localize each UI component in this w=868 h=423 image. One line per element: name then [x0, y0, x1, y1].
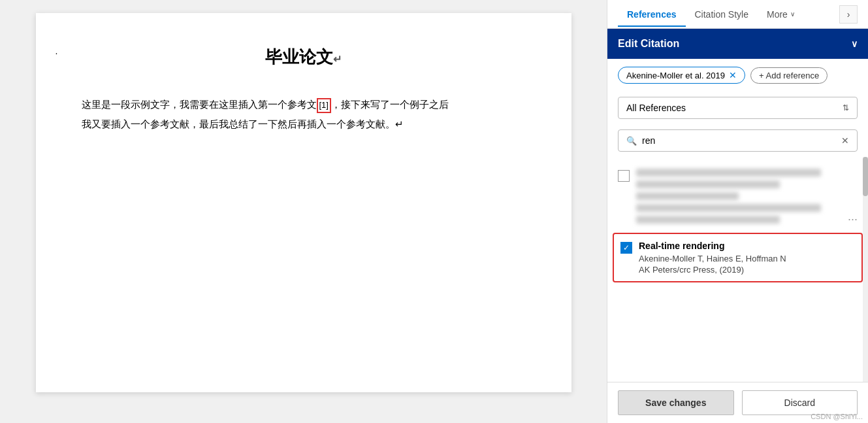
title-arrow: ↵ — [333, 54, 342, 65]
doc-bullet: . — [56, 46, 58, 56]
search-clear-icon[interactable]: ✕ — [841, 135, 849, 146]
watermark: CSDN @ShiYi... — [811, 413, 863, 420]
citation-tag-label: Akenine-Moller et al. 2019 — [626, 71, 725, 80]
sidebar-collapse-button[interactable]: › — [839, 5, 858, 24]
tab-citation-style[interactable]: Citation Style — [686, 3, 758, 26]
filter-arrows-icon: ⇅ — [843, 103, 849, 112]
edit-citation-label: Edit Citation — [618, 38, 679, 50]
sidebar-tabs: References Citation Style More ∨ › — [607, 0, 868, 29]
paragraph1-end: ，接下来写了一个例子之后 — [331, 99, 449, 110]
scrollbar-thumb[interactable] — [863, 157, 868, 196]
blur-line-2 — [636, 180, 780, 188]
reference-checkbox-blurred[interactable] — [618, 170, 630, 182]
reference-authors: Akenine-Moller T, Haines E, Hoffman N — [639, 254, 855, 263]
scrollbar-track — [863, 157, 868, 382]
filter-section: All References ⇅ — [607, 92, 868, 124]
paragraph1-start: 这里是一段示例文字，我需要在这里插入第一个参考文 — [82, 99, 317, 110]
reference-publisher: AK Peters/crc Press, (2019) — [639, 265, 855, 275]
citation-tags-area: Akenine-Moller et al. 2019 ✕ + Add refer… — [607, 59, 868, 92]
more-chevron-icon: ∨ — [790, 10, 795, 18]
blur-more-icon: ... — [848, 210, 858, 224]
inline-citation: [1] — [317, 98, 331, 112]
tab-references[interactable]: References — [618, 3, 686, 26]
filter-dropdown[interactable]: All References ⇅ — [618, 97, 858, 119]
search-input[interactable] — [642, 135, 836, 146]
citation-tag-remove-button[interactable]: ✕ — [729, 70, 737, 80]
filter-label: All References — [626, 103, 686, 113]
reference-content: Real-time rendering Akenine-Moller T, Ha… — [639, 241, 855, 275]
reference-item-real-time-rendering[interactable]: Real-time rendering Akenine-Moller T, Ha… — [613, 233, 863, 282]
blur-line-4 — [636, 204, 821, 212]
blur-line-1 — [636, 169, 821, 177]
document-title: 毕业论文↵ — [82, 46, 526, 69]
document-area: . 毕业论文↵ 这里是一段示例文字，我需要在这里插入第一个参考文[1]，接下来写… — [0, 0, 607, 423]
edit-citation-chevron-icon: ∨ — [851, 39, 858, 49]
reference-title: Real-time rendering — [639, 241, 855, 251]
reference-list: ... Real-time rendering Akenine-Moller T… — [607, 157, 868, 382]
search-box: 🔍 ✕ — [618, 129, 858, 152]
save-changes-button[interactable]: Save changes — [618, 390, 734, 415]
document-page: . 毕业论文↵ 这里是一段示例文字，我需要在这里插入第一个参考文[1]，接下来写… — [36, 13, 571, 392]
add-reference-button[interactable]: + Add reference — [750, 67, 828, 84]
blur-line-5 — [636, 216, 780, 224]
blurred-content — [636, 169, 841, 224]
reference-item-blurred: ... — [607, 162, 868, 230]
reference-checkbox-selected[interactable] — [620, 242, 632, 254]
search-section: 🔍 ✕ — [607, 124, 868, 157]
search-icon: 🔍 — [626, 136, 637, 146]
document-body: 这里是一段示例文字，我需要在这里插入第一个参考文[1]，接下来写了一个例子之后 … — [82, 95, 526, 134]
sidebar: References Citation Style More ∨ › Edit … — [607, 0, 868, 423]
paragraph2: 我又要插入一个参考文献，最后我总结了一下然后再插入一个参考文献。↵ — [82, 119, 404, 129]
blur-line-3 — [636, 192, 739, 200]
discard-button[interactable]: Discard — [742, 390, 858, 415]
citation-tag: Akenine-Moller et al. 2019 ✕ — [618, 67, 745, 84]
edit-citation-header[interactable]: Edit Citation ∨ — [607, 29, 868, 59]
tab-more[interactable]: More ∨ — [758, 3, 804, 26]
